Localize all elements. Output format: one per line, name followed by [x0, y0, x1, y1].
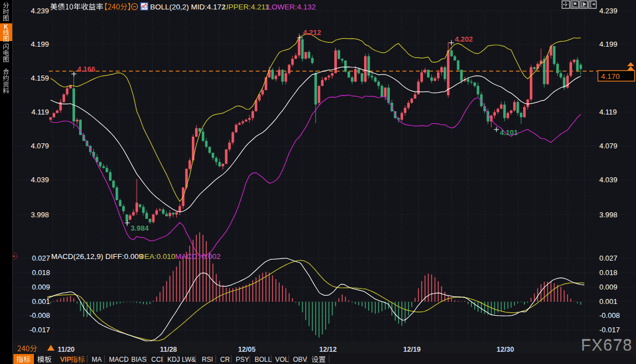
svg-text:4.239: 4.239	[599, 7, 618, 15]
svg-text:4.101: 4.101	[500, 128, 518, 137]
svg-text:BOLL(20,2) MID:4.172: BOLL(20,2) MID:4.172	[150, 3, 226, 11]
svg-text:UPPER:4.211: UPPER:4.211	[223, 3, 269, 11]
svg-text:12/12: 12/12	[319, 346, 336, 353]
svg-text:-0.017: -0.017	[29, 326, 50, 334]
svg-text:VOL: VOL	[275, 356, 289, 363]
svg-text:3.998: 3.998	[31, 211, 49, 219]
svg-text:MACD(26,12,9) DIFF:0.009: MACD(26,12,9) DIFF:0.009	[51, 252, 143, 261]
svg-text:MACD:-0.002: MACD:-0.002	[175, 252, 221, 261]
svg-text:CCI: CCI	[151, 356, 163, 363]
svg-text:0.027: 0.027	[599, 254, 618, 262]
svg-text:0.027: 0.027	[32, 254, 50, 262]
svg-text:4.166: 4.166	[77, 65, 96, 73]
svg-text:PSY: PSY	[236, 356, 249, 363]
svg-text:3.984: 3.984	[131, 224, 149, 232]
svg-text:K: K	[4, 24, 8, 30]
svg-text:RSI: RSI	[202, 356, 213, 363]
svg-text:MA: MA	[92, 356, 102, 363]
svg-text:BIAS: BIAS	[131, 356, 146, 363]
svg-text:0.001: 0.001	[32, 297, 50, 306]
svg-text:4.159: 4.159	[31, 74, 49, 82]
svg-text:0.009: 0.009	[599, 283, 618, 291]
svg-text:12/30: 12/30	[496, 346, 514, 353]
svg-text:VIP: VIP	[60, 356, 71, 363]
svg-text:12/05: 12/05	[238, 346, 255, 353]
svg-text:LOWER:4.132: LOWER:4.132	[267, 3, 316, 11]
svg-text:BOLL: BOLL	[255, 356, 272, 363]
svg-text:0.018: 0.018	[32, 268, 50, 277]
svg-text:4.119: 4.119	[31, 108, 49, 116]
svg-text:-0.008: -0.008	[599, 311, 620, 320]
svg-text:4.239: 4.239	[31, 7, 49, 15]
svg-text:4.079: 4.079	[599, 142, 618, 150]
svg-text:OBV: OBV	[293, 356, 307, 363]
svg-text:4.170: 4.170	[601, 72, 620, 81]
svg-text:4.079: 4.079	[31, 142, 49, 150]
svg-text:11/20: 11/20	[58, 346, 75, 353]
svg-text:4.039: 4.039	[31, 176, 49, 184]
svg-text:KDJ: KDJ	[167, 356, 180, 363]
svg-text:11/28: 11/28	[160, 346, 177, 353]
svg-text:4.202: 4.202	[455, 35, 473, 43]
svg-text:0.001: 0.001	[599, 297, 618, 306]
svg-text:DEA:0.010: DEA:0.010	[139, 252, 175, 261]
svg-text:MACD: MACD	[109, 356, 129, 363]
svg-text:3.998: 3.998	[599, 211, 618, 219]
svg-text:4.039: 4.039	[599, 176, 618, 184]
svg-text:0.018: 0.018	[599, 268, 618, 277]
svg-text:4.199: 4.199	[31, 40, 49, 48]
svg-text:CR: CR	[220, 356, 230, 363]
svg-text:4.119: 4.119	[599, 108, 617, 116]
svg-text:0.009: 0.009	[32, 283, 50, 291]
svg-text:FX678: FX678	[581, 336, 633, 354]
svg-text:4.212: 4.212	[303, 28, 321, 37]
svg-text:12/19: 12/19	[403, 346, 420, 353]
svg-text:-0.017: -0.017	[599, 326, 620, 334]
svg-text:-0.008: -0.008	[29, 311, 50, 320]
svg-text:4.199: 4.199	[599, 40, 618, 48]
svg-text:LW&: LW&	[182, 356, 196, 363]
